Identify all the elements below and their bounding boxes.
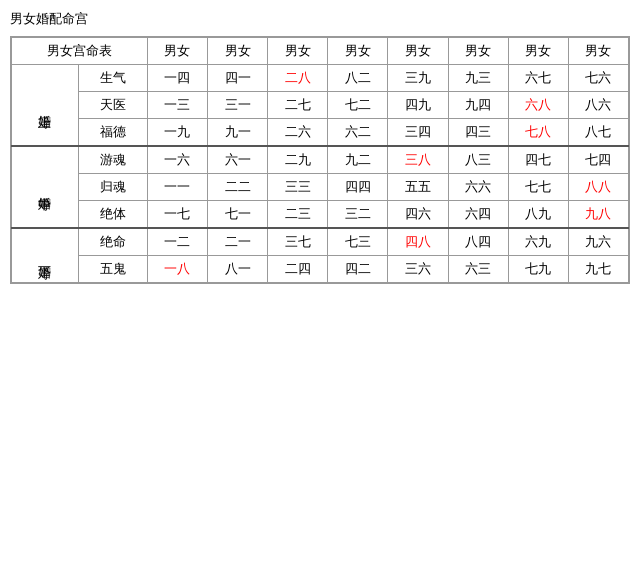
table-row: 下等婚绝命一二二一三七七三四八八四六九九六 bbox=[12, 228, 629, 256]
cell: 四六 bbox=[388, 201, 448, 229]
cell: 一四 bbox=[147, 65, 207, 92]
header-col2: 男女 bbox=[147, 38, 207, 65]
cell: 二七 bbox=[268, 92, 328, 119]
cell: 三九 bbox=[388, 65, 448, 92]
cell: 四二 bbox=[328, 256, 388, 283]
cell: 九三 bbox=[448, 65, 508, 92]
cell: 二六 bbox=[268, 119, 328, 147]
cell: 一九 bbox=[147, 119, 207, 147]
cell: 二一 bbox=[207, 228, 267, 256]
table-row: 归魂一一二二三三四四五五六六七七八八 bbox=[12, 174, 629, 201]
cell: 九四 bbox=[448, 92, 508, 119]
cell: 八六 bbox=[568, 92, 628, 119]
sub-label: 游魂 bbox=[78, 146, 147, 174]
cell: 五五 bbox=[388, 174, 448, 201]
cell: 七四 bbox=[568, 146, 628, 174]
header-col1: 男女宫命表 bbox=[12, 38, 148, 65]
page-title: 男女婚配命宫 bbox=[10, 10, 630, 28]
cell: 三一 bbox=[207, 92, 267, 119]
cell: 四九 bbox=[388, 92, 448, 119]
group-label-2: 下等婚 bbox=[12, 228, 79, 283]
cell: 四八 bbox=[388, 228, 448, 256]
sub-label: 生气 bbox=[78, 65, 147, 92]
cell: 一七 bbox=[147, 201, 207, 229]
table-row: 天医一三三一二七七二四九九四六八八六 bbox=[12, 92, 629, 119]
cell: 八四 bbox=[448, 228, 508, 256]
table-header-row: 男女宫命表 男女 男女 男女 男女 男女 男女 男女 男女 bbox=[12, 38, 629, 65]
header-col6: 男女 bbox=[388, 38, 448, 65]
cell: 四一 bbox=[207, 65, 267, 92]
table-row: 上等婚生气一四四一二八八二三九九三六七七六 bbox=[12, 65, 629, 92]
cell: 六四 bbox=[448, 201, 508, 229]
cell: 八二 bbox=[328, 65, 388, 92]
cell: 三七 bbox=[268, 228, 328, 256]
table-row: 五鬼一八八一二四四二三六六三七九九七 bbox=[12, 256, 629, 283]
cell: 七二 bbox=[328, 92, 388, 119]
cell: 四四 bbox=[328, 174, 388, 201]
cell: 九二 bbox=[328, 146, 388, 174]
cell: 四七 bbox=[508, 146, 568, 174]
cell: 一三 bbox=[147, 92, 207, 119]
header-col7: 男女 bbox=[448, 38, 508, 65]
cell: 二九 bbox=[268, 146, 328, 174]
cell: 二四 bbox=[268, 256, 328, 283]
cell: 九一 bbox=[207, 119, 267, 147]
cell: 九六 bbox=[568, 228, 628, 256]
cell: 二八 bbox=[268, 65, 328, 92]
group-label-1: 中等婚 bbox=[12, 146, 79, 228]
cell: 三六 bbox=[388, 256, 448, 283]
cell: 六一 bbox=[207, 146, 267, 174]
cell: 七七 bbox=[508, 174, 568, 201]
cell: 九八 bbox=[568, 201, 628, 229]
cell: 六三 bbox=[448, 256, 508, 283]
cell: 八九 bbox=[508, 201, 568, 229]
cell: 六七 bbox=[508, 65, 568, 92]
cell: 七八 bbox=[508, 119, 568, 147]
header-col3: 男女 bbox=[207, 38, 267, 65]
table-row: 中等婚游魂一六六一二九九二三八八三四七七四 bbox=[12, 146, 629, 174]
cell: 三四 bbox=[388, 119, 448, 147]
sub-label: 天医 bbox=[78, 92, 147, 119]
header-col5: 男女 bbox=[328, 38, 388, 65]
cell: 六二 bbox=[328, 119, 388, 147]
cell: 一六 bbox=[147, 146, 207, 174]
cell: 六六 bbox=[448, 174, 508, 201]
cell: 三八 bbox=[388, 146, 448, 174]
cell: 七三 bbox=[328, 228, 388, 256]
header-col4: 男女 bbox=[268, 38, 328, 65]
cell: 二二 bbox=[207, 174, 267, 201]
cell: 七六 bbox=[568, 65, 628, 92]
cell: 八八 bbox=[568, 174, 628, 201]
cell: 三三 bbox=[268, 174, 328, 201]
cell: 八三 bbox=[448, 146, 508, 174]
main-table-wrapper: 男女宫命表 男女 男女 男女 男女 男女 男女 男女 男女 上等婚生气一四四一二… bbox=[10, 36, 630, 284]
cell: 一八 bbox=[147, 256, 207, 283]
table-row: 福德一九九一二六六二三四四三七八八七 bbox=[12, 119, 629, 147]
cell: 一一 bbox=[147, 174, 207, 201]
group-label-0: 上等婚 bbox=[12, 65, 79, 147]
marriage-table: 男女宫命表 男女 男女 男女 男女 男女 男女 男女 男女 上等婚生气一四四一二… bbox=[11, 37, 629, 283]
cell: 八七 bbox=[568, 119, 628, 147]
cell: 七一 bbox=[207, 201, 267, 229]
cell: 六九 bbox=[508, 228, 568, 256]
cell: 四三 bbox=[448, 119, 508, 147]
header-col8: 男女 bbox=[508, 38, 568, 65]
cell: 六八 bbox=[508, 92, 568, 119]
cell: 九七 bbox=[568, 256, 628, 283]
sub-label: 绝体 bbox=[78, 201, 147, 229]
cell: 七九 bbox=[508, 256, 568, 283]
cell: 八一 bbox=[207, 256, 267, 283]
sub-label: 绝命 bbox=[78, 228, 147, 256]
sub-label: 归魂 bbox=[78, 174, 147, 201]
cell: 三二 bbox=[328, 201, 388, 229]
header-col9: 男女 bbox=[568, 38, 628, 65]
table-row: 绝体一七七一二三三二四六六四八九九八 bbox=[12, 201, 629, 229]
sub-label: 五鬼 bbox=[78, 256, 147, 283]
cell: 二三 bbox=[268, 201, 328, 229]
cell: 一二 bbox=[147, 228, 207, 256]
sub-label: 福德 bbox=[78, 119, 147, 147]
